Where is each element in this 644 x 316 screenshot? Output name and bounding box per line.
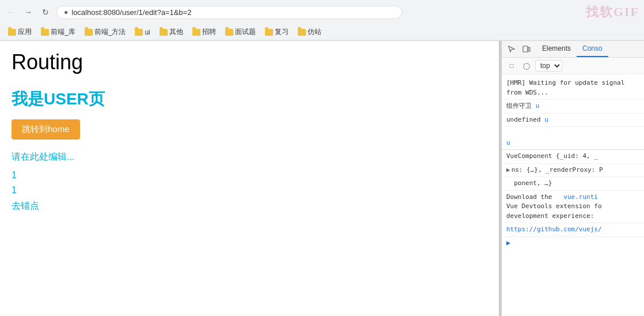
folder-icon — [8, 29, 16, 36]
bookmark-item[interactable]: 复习 — [262, 26, 292, 38]
bookmark-label: 仿站 — [308, 27, 321, 37]
bookmark-label: 面试题 — [235, 27, 256, 37]
bookmark-item[interactable]: 面试题 — [222, 26, 259, 38]
bookmark-label: ui — [145, 28, 150, 36]
clear-console-button[interactable]: □ — [505, 59, 518, 72]
svg-rect-1 — [528, 47, 530, 51]
tab-console[interactable]: Conso — [577, 41, 608, 57]
user-heading: 我是USER页 — [12, 88, 487, 110]
lock-icon: ● — [64, 8, 68, 16]
console-line-guard: 组件守卫 u — [502, 100, 644, 114]
back-button[interactable]: ← — [5, 6, 17, 18]
console-link-spacer[interactable]: u — [506, 139, 510, 146]
devtools-content: [HMR] Waiting for update signal from WDS… — [502, 74, 644, 316]
refresh-button[interactable]: ↻ — [39, 6, 52, 18]
address-bar[interactable]: ● localhost:8080/user/1/edit?a=1&b=2 — [56, 6, 402, 19]
filter-button[interactable]: ◯ — [520, 59, 533, 72]
devtools-panel: Elements Conso □ ◯ top [HMR] Waiting for… — [501, 41, 644, 316]
bookmark-item[interactable]: 应用 — [5, 26, 35, 38]
tab-elements[interactable]: Elements — [536, 41, 577, 57]
folder-icon — [265, 29, 273, 36]
console-line-vue-obj3: ponent, …} — [502, 177, 644, 191]
forward-button[interactable]: → — [22, 6, 35, 18]
page-content: Routing 我是USER页 跳转到home 请在此处编辑... 1 1 去锚… — [0, 41, 499, 316]
folder-icon — [41, 29, 49, 36]
watermark: 找软GIF — [586, 3, 639, 21]
folder-icon — [135, 29, 143, 36]
anchor-link[interactable]: 去锚点 — [12, 201, 39, 210]
console-line-download: Download the vue.runti Vue Devtools exte… — [502, 191, 644, 224]
browser-toolbar: ← → ↻ ● localhost:8080/user/1/edit?a=1&b… — [0, 0, 644, 24]
bookmark-label: 复习 — [275, 27, 289, 37]
bookmark-label: 招聘 — [202, 27, 216, 37]
bookmark-label: 前端_方法 — [94, 27, 126, 37]
console-link-github[interactable]: https://github.com/vuejs/ — [506, 225, 602, 233]
console-link-vueruntime[interactable]: vue.runti — [563, 193, 598, 201]
context-select[interactable]: top — [535, 60, 562, 72]
folder-icon — [192, 29, 200, 36]
param-a-value: 1 — [12, 170, 487, 180]
jump-home-button[interactable]: 跳转到home — [12, 119, 80, 140]
page-title: Routing — [12, 50, 487, 74]
devtools-secondary-bar: □ ◯ top — [502, 58, 644, 74]
console-link-undefined[interactable]: u — [544, 116, 548, 123]
console-line-github: https://github.com/vuejs/ — [502, 223, 644, 237]
bookmark-item[interactable]: 前端_方法 — [81, 26, 130, 38]
bookmark-item[interactable]: 招聘 — [189, 26, 219, 38]
svg-rect-0 — [523, 46, 528, 52]
expand-icon[interactable]: ▶ — [506, 166, 510, 174]
bookmark-item[interactable]: 前端_库 — [37, 26, 79, 38]
bookmark-label: 其他 — [169, 27, 183, 37]
devtools-toolbar: Elements Conso — [502, 41, 644, 58]
browser-chrome: ← → ↻ ● localhost:8080/user/1/edit?a=1&b… — [0, 0, 644, 41]
console-prompt: ▶ — [502, 237, 644, 249]
console-link-guard[interactable]: u — [536, 102, 540, 110]
console-line-hmr: [HMR] Waiting for update signal from WDS… — [502, 77, 644, 100]
devtools-icons — [502, 42, 536, 57]
bookmark-label: 前端_库 — [51, 27, 75, 37]
device-toolbar-button[interactable] — [519, 42, 534, 57]
console-line-spacer: u — [502, 127, 644, 150]
prompt-caret-icon: ▶ — [506, 239, 510, 247]
url-text: localhost:8080/user/1/edit?a=1&b=2 — [71, 8, 191, 17]
console-line-vue-obj2: ▶ns: {…}, _renderProxy: P — [502, 164, 644, 178]
folder-icon — [298, 29, 306, 36]
folder-icon — [85, 29, 93, 36]
console-line-undefined: undefined u — [502, 114, 644, 127]
bookmarks-bar: 应用前端_库前端_方法ui其他招聘面试题复习仿站 — [0, 24, 644, 40]
bookmark-item[interactable]: 其他 — [156, 26, 187, 38]
param-b-value: 1 — [12, 185, 487, 195]
bookmark-item[interactable]: ui — [131, 27, 153, 37]
bookmark-item[interactable]: 仿站 — [294, 26, 325, 38]
main-area: Routing 我是USER页 跳转到home 请在此处编辑... 1 1 去锚… — [0, 41, 644, 316]
bookmark-label: 应用 — [18, 27, 32, 37]
folder-icon — [160, 29, 168, 36]
folder-icon — [225, 29, 233, 36]
inspect-element-button[interactable] — [504, 42, 519, 57]
console-line-vue-obj1: VueComponent {_uid: 4, _ — [502, 150, 644, 164]
edit-placeholder: 请在此处编辑... — [12, 151, 487, 163]
